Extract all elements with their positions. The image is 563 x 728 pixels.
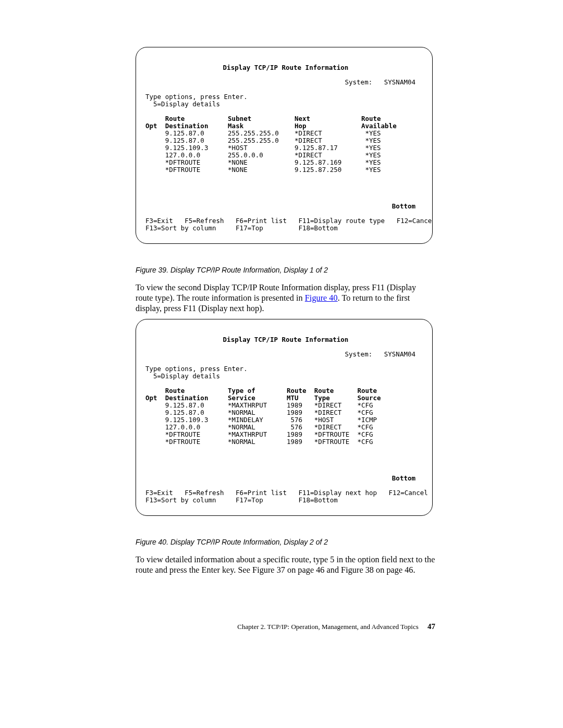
hdr: Source <box>357 394 381 402</box>
cell: *DIRECT <box>295 151 322 159</box>
cell: *CFG <box>357 423 373 431</box>
screen1-title: Display TCP/IP Route Information <box>223 64 349 71</box>
cell: 255.255.255.0 <box>228 137 279 144</box>
instr-line2: 5=Display details <box>153 372 220 380</box>
cell: *DFTROUTE <box>165 438 201 446</box>
cell: *HOST <box>228 144 248 152</box>
cell: 9.125.87.169 <box>295 158 341 166</box>
cell: *DFTROUTE <box>165 430 201 438</box>
hdr: Mask <box>228 122 243 130</box>
cell: *YES <box>365 151 381 159</box>
instr-line1: Type options, press Enter. <box>145 93 248 101</box>
cell: 1989 <box>287 409 302 416</box>
cell: *YES <box>365 144 381 152</box>
cell: *DIRECT <box>314 423 342 431</box>
system-value: SYSNAM04 <box>384 78 415 86</box>
cell: *CFG <box>357 401 373 409</box>
hdr: Route <box>361 115 381 122</box>
cell: *CFG <box>357 430 373 438</box>
cell: *DIRECT <box>295 137 322 144</box>
hdr: Type <box>314 394 330 402</box>
system-value: SYSNAM04 <box>384 350 415 358</box>
bottom-indicator: Bottom <box>392 474 415 482</box>
hdr: Next <box>295 115 310 122</box>
cell: 9.125.87.250 <box>295 166 341 174</box>
fkey-line1: F3=Exit F5=Refresh F6=Print list F11=Dis… <box>145 489 428 497</box>
cell: *MAXTHRPUT <box>228 401 267 409</box>
page-footer: Chapter 2. TCP/IP: Operation, Management… <box>0 622 435 631</box>
cell: *NONE <box>228 166 248 174</box>
cell: *DFTROUTE <box>314 430 350 438</box>
cell: 9.125.87.0 <box>165 137 204 144</box>
terminal-screen-2: Display TCP/IP Route Information System:… <box>136 319 433 516</box>
instr-line2: 5=Display details <box>153 100 220 108</box>
cell: 127.0.0.0 <box>165 423 201 431</box>
cell: *MAXTHRPUT <box>228 430 267 438</box>
hdr: MTU <box>287 394 299 402</box>
cell: *DFTROUTE <box>165 166 201 174</box>
cell: 127.0.0.0 <box>165 151 201 159</box>
cell: *YES <box>365 166 381 174</box>
cell: 255.0.0.0 <box>228 151 263 159</box>
hdr: Available <box>361 122 397 130</box>
figure-caption-39: Figure 39. Display TCP/IP Route Informat… <box>136 266 435 274</box>
cell: *DIRECT <box>314 401 342 409</box>
hdr: Route <box>287 387 307 394</box>
cell: 9.125.109.3 <box>165 416 209 424</box>
hdr: Opt <box>145 394 157 402</box>
footer-page-number: 47 <box>427 622 435 631</box>
fkey-line1: F3=Exit F5=Refresh F6=Print list F11=Dis… <box>145 217 433 225</box>
instr-line1: Type options, press Enter. <box>145 365 248 373</box>
fkey-line2: F13=Sort by column F17=Top F18=Bottom <box>145 224 338 232</box>
cell: *ICMP <box>357 416 377 424</box>
cell: *MINDELAY <box>228 416 263 424</box>
hdr: Destination <box>165 122 209 130</box>
cell: 9.125.87.17 <box>295 144 338 152</box>
screen2-title: Display TCP/IP Route Information <box>223 336 349 343</box>
cell: 1989 <box>287 438 302 446</box>
cell: *NORMAL <box>228 409 255 416</box>
fkey-line2: F13=Sort by column F17=Top F18=Bottom <box>145 496 338 504</box>
hdr: Route <box>165 115 185 122</box>
cell: 9.125.109.3 <box>165 144 209 152</box>
system-label: System: <box>345 78 373 86</box>
cell: *HOST <box>314 416 334 424</box>
hdr: Route <box>314 387 334 394</box>
cell: *YES <box>365 137 381 144</box>
cell: *DIRECT <box>295 129 322 137</box>
cell: *DIRECT <box>314 409 342 416</box>
figure-caption-40: Figure 40. Display TCP/IP Route Informat… <box>136 538 435 546</box>
cell: 576 <box>290 423 302 431</box>
cell: 255.255.255.0 <box>228 129 279 137</box>
hdr: Destination <box>165 394 209 402</box>
cell: *NORMAL <box>228 423 255 431</box>
cell: 9.125.87.0 <box>165 409 204 416</box>
hdr: Type of <box>228 387 255 394</box>
footer-chapter: Chapter 2. TCP/IP: Operation, Management… <box>237 623 418 631</box>
cell: *DFTROUTE <box>314 438 350 446</box>
hdr: Hop <box>295 122 307 130</box>
paragraph-1: To view the second Display TCP/IP Route … <box>136 282 435 314</box>
bottom-indicator: Bottom <box>392 202 415 210</box>
paragraph-2: To view detailed information about a spe… <box>136 554 435 575</box>
system-label: System: <box>345 350 373 358</box>
cell: *NORMAL <box>228 438 255 446</box>
hdr: Opt <box>145 122 157 130</box>
cell: 1989 <box>287 430 302 438</box>
cell: 9.125.87.0 <box>165 401 204 409</box>
cell: *YES <box>365 158 381 166</box>
cell: *YES <box>365 129 381 137</box>
cell: 576 <box>291 416 303 424</box>
cell: *CFG <box>357 409 373 416</box>
cell: *CFG <box>357 438 373 446</box>
cell: 1989 <box>287 401 302 409</box>
hdr: Subnet <box>228 115 251 122</box>
terminal-screen-1: Display TCP/IP Route Information System:… <box>136 47 433 244</box>
hdr: Service <box>228 394 255 402</box>
cell: 9.125.87.0 <box>165 129 204 137</box>
cell: *DFTROUTE <box>165 158 201 166</box>
hdr: Route <box>357 387 377 394</box>
cell: *NONE <box>228 158 248 166</box>
hdr: Route <box>165 387 185 394</box>
figure-40-link[interactable]: Figure 40 <box>305 293 338 303</box>
